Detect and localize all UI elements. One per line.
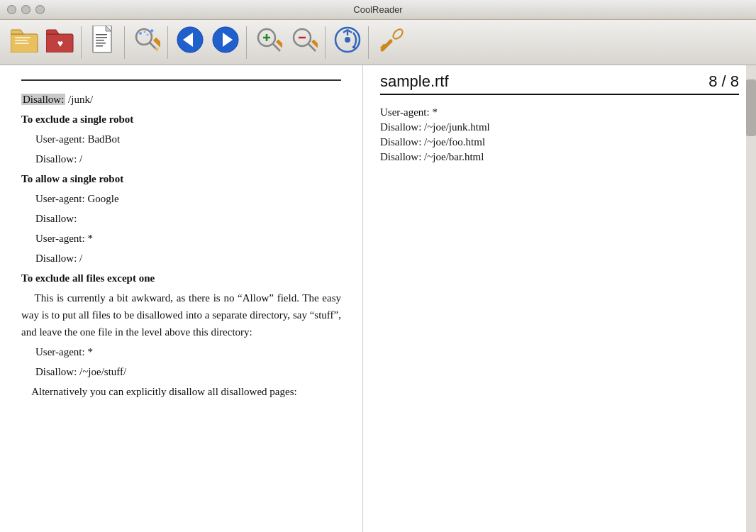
search-icon: ✦ [133, 26, 160, 58]
scrollbar-track[interactable] [746, 65, 756, 532]
svg-rect-11 [96, 45, 103, 47]
line-disallow-root1: Disallow: / [35, 150, 341, 167]
right-line-2: Disallow: /~joe/junk.html [380, 121, 739, 133]
fit-toolbar-group [327, 26, 369, 59]
document-icon [91, 26, 116, 59]
line-disallow-junk: Disallow: /junk/ [21, 91, 341, 108]
right-divider [380, 94, 739, 95]
svg-point-14 [139, 32, 142, 35]
settings-icon [377, 26, 405, 59]
options-toolbar-group [370, 26, 411, 59]
favorites-button[interactable]: ♥ [44, 26, 77, 59]
back-button[interactable] [174, 26, 206, 59]
title-bar: CoolReader [0, 0, 756, 20]
right-header: sample.rtf 8 / 8 [380, 72, 739, 91]
document-title: sample.rtf [380, 72, 449, 91]
top-divider [21, 79, 341, 81]
line-useragent-google: User-agent: Google [35, 190, 341, 207]
heading-exclude-single: To exclude a single robot [21, 111, 341, 128]
svg-rect-3 [15, 43, 29, 44]
svg-point-39 [391, 28, 404, 40]
zoom-in-button[interactable] [252, 26, 285, 59]
zoom-out-button[interactable] [288, 26, 321, 59]
window-controls [7, 5, 45, 14]
highlighted-text: Disallow: [21, 94, 65, 105]
paragraph-alternatively: Alternatively you can explicitly disallo… [21, 383, 341, 400]
heading-exclude-all-except: To exclude all files except one [21, 270, 341, 287]
close-button[interactable] [7, 5, 16, 14]
folder-icon [11, 27, 39, 58]
forward-button[interactable] [209, 26, 242, 59]
page-info: 8 / 8 [708, 72, 739, 91]
right-line-4: Disallow: /~joe/bar.html [380, 151, 739, 163]
line-useragent-badbot: User-agent: BadBot [35, 131, 341, 148]
svg-point-37 [345, 37, 350, 43]
document-button[interactable] [87, 26, 120, 59]
search-toolbar-group: ✦ [126, 26, 168, 59]
svg-rect-2 [15, 40, 28, 41]
search-button[interactable]: ✦ [130, 26, 163, 59]
zoom-toolbar-group [248, 26, 326, 59]
right-panel: sample.rtf 8 / 8 User-agent: * Disallow:… [363, 65, 756, 532]
paragraph-awkward: This is currently a bit awkward, as ther… [21, 289, 341, 340]
svg-rect-1 [15, 37, 30, 38]
zoom-out-icon [291, 26, 318, 58]
maximize-button[interactable] [35, 5, 45, 14]
svg-text:♥: ♥ [57, 38, 63, 49]
file-toolbar-group: ♥ [4, 26, 82, 59]
app-title: CoolReader [353, 4, 402, 15]
line-disallow-stuff: Disallow: /~joe/stuff/ [35, 363, 341, 380]
svg-text:✦: ✦ [149, 27, 155, 35]
open-folder-button[interactable] [9, 26, 41, 59]
zoom-fit-icon [333, 26, 362, 59]
nav-toolbar-group [169, 26, 247, 59]
right-line-3: Disallow: /~joe/foo.html [380, 136, 739, 148]
line-useragent-star2: User-agent: * [35, 343, 341, 360]
svg-rect-10 [96, 43, 106, 44]
right-line-1: User-agent: * [380, 106, 739, 118]
scrollbar-thumb[interactable] [746, 79, 756, 136]
zoom-fit-button[interactable] [331, 26, 364, 59]
settings-button[interactable] [374, 26, 407, 59]
left-panel: Disallow: /junk/ To exclude a single rob… [0, 65, 363, 532]
doc-toolbar-group [83, 26, 125, 59]
line-disallow-empty: Disallow: [35, 210, 341, 227]
forward-icon [211, 26, 240, 59]
heading-allow-single: To allow a single robot [21, 170, 341, 187]
svg-rect-9 [96, 40, 104, 41]
back-icon [176, 26, 204, 59]
svg-rect-8 [96, 37, 107, 38]
svg-point-15 [144, 31, 146, 33]
minimize-button[interactable] [21, 5, 30, 14]
line-disallow-root2: Disallow: / [35, 250, 341, 267]
svg-rect-7 [96, 34, 107, 35]
toolbar: ♥ [0, 20, 756, 65]
line-useragent-star: User-agent: * [35, 230, 341, 247]
zoom-in-icon [255, 26, 282, 58]
content-area: Disallow: /junk/ To exclude a single rob… [0, 65, 756, 532]
folder-favorite-icon: ♥ [46, 27, 74, 57]
